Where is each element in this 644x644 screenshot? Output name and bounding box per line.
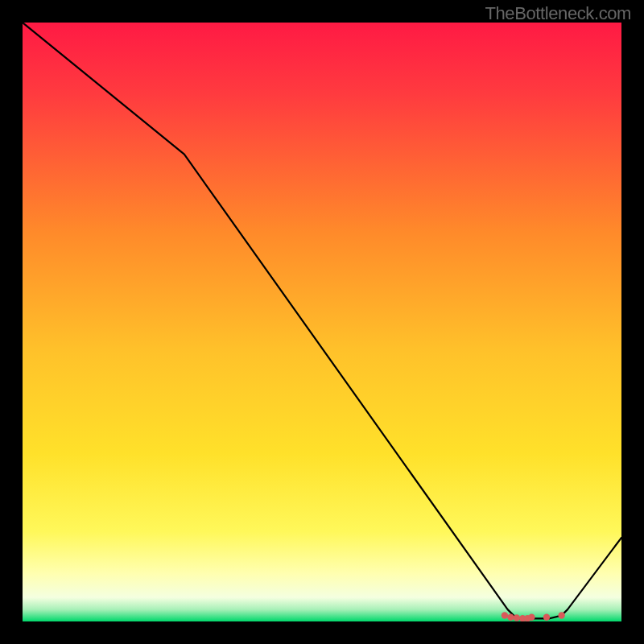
marker-dot bbox=[507, 614, 514, 621]
marker-dot bbox=[558, 612, 564, 618]
marker-dot bbox=[502, 612, 508, 618]
marker-dot bbox=[514, 614, 520, 621]
plot-background bbox=[23, 23, 621, 621]
plot-area bbox=[23, 23, 621, 621]
attribution-text: TheBottleneck.com bbox=[485, 3, 631, 24]
marker-dot bbox=[543, 614, 550, 621]
marker-dot bbox=[528, 614, 535, 621]
plot-svg bbox=[23, 23, 621, 621]
chart-root: TheBottleneck.com bbox=[0, 0, 644, 644]
